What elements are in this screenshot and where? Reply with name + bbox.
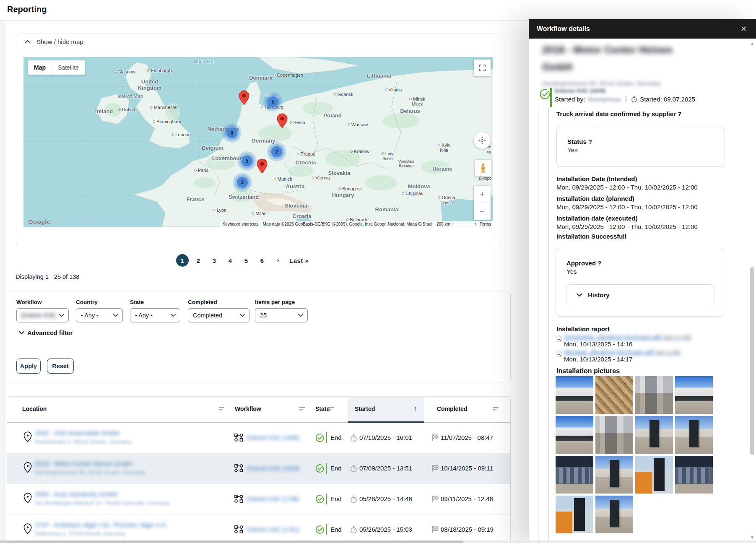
workflow-link[interactable]: Exterior KSC (1781) bbox=[247, 526, 299, 533]
map-data-attribution: Map data ©2025 GeoBasis-DE/BKG (©2009), … bbox=[261, 221, 434, 227]
report-file-link[interactable]: Demontage_Abnahme Kia Essen.pdf (324.71 … bbox=[564, 334, 691, 340]
chevron-down-icon bbox=[298, 314, 303, 317]
pegman-control[interactable] bbox=[475, 160, 491, 177]
location-name[interactable]: 2005 - Auto Zacharzky GmbH bbox=[35, 491, 118, 498]
table-row[interactable]: 2018 - Motor Center Heinen GmbH Karoling… bbox=[7, 453, 510, 484]
workflow-link[interactable]: Exterior KSC (1636) bbox=[247, 434, 299, 441]
keyboard-shortcuts-link[interactable]: Keyboard shortcuts bbox=[220, 221, 260, 227]
filter-select-value: 25 bbox=[260, 312, 267, 319]
map-pin[interactable] bbox=[239, 90, 249, 105]
state-value: End bbox=[330, 495, 342, 502]
workflow-link[interactable]: Exterior KSC (1796) bbox=[247, 496, 299, 502]
reset-button[interactable]: Reset bbox=[47, 359, 74, 374]
map[interactable]: North SeaDenmarkLithuaniaUnited KingdomI… bbox=[23, 57, 493, 227]
installation-photo-thumbnail[interactable] bbox=[635, 456, 673, 494]
installation-photo-thumbnail[interactable] bbox=[595, 416, 633, 454]
map-pin[interactable] bbox=[257, 158, 268, 174]
history-toggle[interactable]: History bbox=[566, 284, 714, 305]
horizontal-scrollbar-thumb[interactable] bbox=[0, 540, 463, 543]
filter-select[interactable]: - Any - bbox=[76, 308, 123, 322]
location-pin-icon bbox=[23, 431, 32, 442]
cluster-marker[interactable]: 5 bbox=[263, 92, 283, 112]
history-label: History bbox=[588, 291, 610, 299]
pagination-item[interactable]: › bbox=[272, 254, 284, 267]
panel-scrollbar-thumb[interactable] bbox=[750, 267, 754, 455]
show-hide-map-toggle[interactable]: Show / hide map bbox=[25, 38, 83, 45]
pagination-item[interactable]: Last » bbox=[288, 254, 310, 267]
sort-icon[interactable] bbox=[299, 407, 305, 412]
workflow-link[interactable]: Exterior KSC (1629) bbox=[247, 465, 299, 472]
map-type-satellite-button[interactable]: Satellite bbox=[52, 60, 85, 75]
sort-icon[interactable] bbox=[328, 407, 334, 412]
location-name[interactable]: 2042 - Orth Automobile GmbH bbox=[35, 429, 120, 436]
installation-photo-thumbnail[interactable] bbox=[595, 456, 633, 494]
cluster-marker[interactable]: 2 bbox=[267, 142, 286, 161]
column-header-completed[interactable]: Completed bbox=[437, 405, 467, 412]
map-type-map-button[interactable]: Map bbox=[28, 60, 52, 75]
location-name[interactable]: 2737 - Autohaus Jäger UG, Thorsten Jäger… bbox=[35, 521, 168, 528]
map-pin[interactable] bbox=[277, 113, 288, 128]
installation-pictures-grid bbox=[556, 376, 715, 533]
advanced-filter-toggle[interactable]: Advanced filter bbox=[19, 329, 73, 336]
pagination-item[interactable]: 1 bbox=[176, 254, 189, 267]
pagination-item[interactable]: 5 bbox=[240, 254, 252, 267]
installation-photo-thumbnail[interactable] bbox=[635, 416, 673, 454]
installation-photo-thumbnail[interactable] bbox=[595, 496, 633, 533]
map-fullscreen-button[interactable] bbox=[474, 60, 491, 76]
installation-photo-thumbnail[interactable] bbox=[595, 376, 633, 414]
stopwatch-icon bbox=[350, 495, 357, 503]
cluster-marker[interactable]: 8 bbox=[222, 123, 242, 143]
apply-button[interactable]: Apply bbox=[16, 359, 41, 374]
sort-ascending-icon[interactable]: ↑ bbox=[413, 405, 417, 413]
pagination-item[interactable]: 6 bbox=[256, 254, 268, 267]
installation-photo-thumbnail[interactable] bbox=[556, 496, 593, 533]
started-value: 05/28/2025 - 14:46 bbox=[359, 495, 412, 502]
workflow-company-address: Karolingerstrasse 90, 45141 Essen, Germa… bbox=[542, 80, 661, 87]
column-header-state[interactable]: State bbox=[315, 405, 330, 412]
sort-icon[interactable] bbox=[219, 407, 224, 412]
close-icon[interactable]: ✕ bbox=[740, 24, 747, 34]
stopwatch-icon bbox=[350, 465, 357, 473]
filter-select[interactable]: Completed bbox=[188, 308, 249, 322]
cluster-marker[interactable]: 2 bbox=[233, 173, 252, 192]
location-name[interactable]: 2018 - Motor Center Heinen GmbH bbox=[35, 460, 132, 467]
truck-arrival-heading: Truck arrival date confirmed by supplier… bbox=[556, 110, 681, 117]
cluster-marker[interactable]: 5 bbox=[237, 151, 257, 171]
installation-photo-thumbnail[interactable] bbox=[556, 456, 593, 494]
installation-photo-thumbnail[interactable] bbox=[556, 376, 593, 414]
pagination-item[interactable]: 3 bbox=[208, 254, 221, 267]
pagination-item[interactable]: 2 bbox=[192, 254, 205, 267]
approved-card: Approved ? Yes History bbox=[556, 248, 724, 317]
filter-select[interactable]: - Any - bbox=[130, 308, 180, 322]
panel-header: Workflow details ✕ bbox=[529, 19, 756, 39]
column-header-workflow[interactable]: Workflow bbox=[235, 405, 261, 412]
scroll-down-arrow-icon[interactable]: ▼ bbox=[750, 535, 754, 540]
pegman-icon bbox=[480, 163, 486, 173]
installation-photo-thumbnail[interactable] bbox=[556, 416, 593, 454]
zoom-out-button[interactable]: − bbox=[474, 203, 491, 220]
sort-icon[interactable] bbox=[493, 407, 499, 412]
installation-photo-thumbnail[interactable] bbox=[635, 376, 673, 414]
pan-icon bbox=[478, 136, 487, 145]
installation-photo-thumbnail[interactable] bbox=[675, 456, 713, 494]
stopwatch-icon bbox=[631, 96, 637, 103]
installation-photo-thumbnail[interactable] bbox=[675, 416, 713, 454]
horizontal-scrollbar[interactable] bbox=[0, 540, 756, 543]
terms-link[interactable]: Terms bbox=[478, 221, 493, 227]
scroll-up-arrow-icon[interactable]: ▲ bbox=[750, 41, 754, 46]
map-pan-control[interactable] bbox=[474, 132, 491, 149]
state-accent-bar bbox=[326, 432, 327, 443]
pagination-item[interactable]: 4 bbox=[224, 254, 236, 267]
table-row[interactable]: 2005 - Auto Zacharzky GmbH Am Mühlburger… bbox=[7, 484, 510, 514]
table-row[interactable]: 2042 - Orth Automobile GmbH Rudolfstraße… bbox=[7, 423, 510, 453]
column-header-location[interactable]: Location bbox=[22, 405, 47, 412]
filter-select[interactable]: 25 bbox=[255, 308, 308, 322]
report-file-link[interactable]: Montage_Abnahme Kia Essen.pdf (537.2 KB) bbox=[564, 349, 681, 356]
table-row[interactable]: 2737 - Autohaus Jäger UG, Thorsten Jäger… bbox=[7, 514, 510, 543]
installation-photo-thumbnail[interactable] bbox=[675, 376, 713, 414]
column-header-started[interactable]: Started bbox=[355, 405, 375, 412]
panel-scroll-track[interactable] bbox=[538, 108, 539, 543]
chevron-down-icon bbox=[171, 314, 176, 317]
zoom-in-button[interactable]: + bbox=[474, 186, 491, 203]
filter-select[interactable]: Exterior KSC bbox=[16, 308, 69, 322]
